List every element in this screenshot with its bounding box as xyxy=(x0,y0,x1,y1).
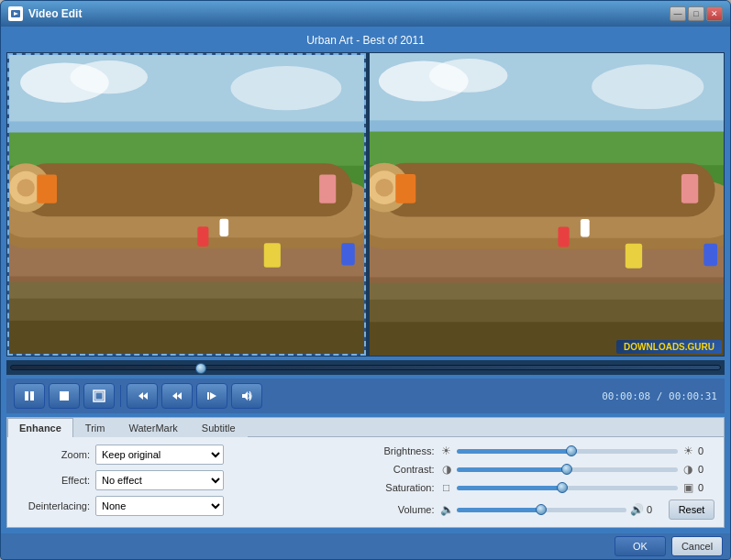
svg-rect-23 xyxy=(219,219,228,236)
window-icon xyxy=(8,6,23,21)
zoom-label: Zoom: xyxy=(17,449,90,460)
video-panel-left xyxy=(7,53,366,356)
svg-rect-19 xyxy=(319,174,336,203)
saturation-slider[interactable] xyxy=(457,486,679,490)
svg-rect-44 xyxy=(681,174,697,203)
maximize-button[interactable]: □ xyxy=(688,6,704,21)
video-panels: DOWNLOADS.GURU xyxy=(6,52,725,357)
scrubber-thumb[interactable] xyxy=(195,363,206,374)
svg-marker-58 xyxy=(143,392,148,400)
content-area: Urban Art - Best of 2011 xyxy=(1,27,730,533)
saturation-value: 0 xyxy=(698,482,714,493)
tab-enhance[interactable]: Enhance xyxy=(7,418,73,437)
svg-rect-39 xyxy=(378,163,714,217)
left-settings: Zoom: Keep original Fit to screen Stretc… xyxy=(17,445,357,520)
svg-rect-56 xyxy=(95,392,103,400)
effect-select[interactable]: No effect Black & White Sepia Negative xyxy=(95,470,224,490)
main-window: Video Edit — □ ✕ Urban Art - Best of 201… xyxy=(0,0,731,560)
svg-rect-22 xyxy=(197,226,208,247)
svg-rect-26 xyxy=(9,282,364,299)
svg-rect-18 xyxy=(37,174,57,203)
svg-rect-52 xyxy=(25,391,28,401)
svg-marker-63 xyxy=(242,391,248,401)
contrast-value: 0 xyxy=(698,464,714,475)
rewind-button[interactable] xyxy=(161,383,193,409)
video-panel-right: DOWNLOADS.GURU xyxy=(370,53,725,356)
prev-frame-button[interactable] xyxy=(127,383,158,409)
zoom-row: Zoom: Keep original Fit to screen Stretc… xyxy=(17,445,357,465)
svg-rect-14 xyxy=(20,163,352,216)
tab-watermark[interactable]: WaterMark xyxy=(116,418,189,437)
volume-low-icon: 🔈 xyxy=(440,503,453,516)
close-button[interactable]: ✕ xyxy=(706,6,723,21)
svg-point-31 xyxy=(592,64,703,109)
volume-row: Volume: 🔈 🔊 0 Reset xyxy=(375,500,715,520)
controls-row: 00:00:08 / 00:00:31 xyxy=(6,379,725,413)
brightness-label: Brightness: xyxy=(375,445,435,456)
window-title: Video Edit xyxy=(28,7,670,20)
brightness-high-icon: ☀ xyxy=(681,445,694,457)
saturation-row: Saturation: □ ▣ 0 xyxy=(375,481,715,494)
deinterlacing-select[interactable]: None Bob Weave Blend xyxy=(95,496,224,516)
svg-marker-60 xyxy=(177,392,182,400)
svg-rect-45 xyxy=(625,244,641,269)
audio-button[interactable] xyxy=(231,383,262,409)
downloads-text: DOWNLOADS.GURU xyxy=(624,342,714,352)
svg-marker-59 xyxy=(172,392,177,400)
contrast-slider-container: ◑ ◑ 0 xyxy=(440,463,715,476)
zoom-select[interactable]: Keep original Fit to screen Stretch xyxy=(95,445,224,465)
reset-button[interactable]: Reset xyxy=(669,500,714,520)
bottom-bar: OK Cancel xyxy=(1,533,730,559)
right-settings: Brightness: ☀ ☀ 0 xyxy=(375,445,715,520)
tab-content-enhance: Zoom: Keep original Fit to screen Stretc… xyxy=(7,437,724,527)
expand-button[interactable] xyxy=(83,383,115,409)
window-controls: — □ ✕ xyxy=(670,6,723,21)
brightness-slider-container: ☀ ☀ 0 xyxy=(440,445,715,457)
volume-high-icon: 🔊 xyxy=(630,503,643,516)
saturation-label: Saturation: xyxy=(375,482,435,493)
video-preview-right: DOWNLOADS.GURU xyxy=(370,53,725,356)
svg-marker-62 xyxy=(210,392,216,400)
contrast-high-icon: ◑ xyxy=(681,463,694,476)
svg-rect-48 xyxy=(580,219,589,237)
svg-rect-61 xyxy=(207,392,209,400)
svg-rect-46 xyxy=(703,244,717,266)
ctrl-divider-1 xyxy=(120,385,121,407)
downloads-badge: DOWNLOADS.GURU xyxy=(616,340,722,354)
svg-marker-57 xyxy=(138,392,143,400)
stop-button[interactable] xyxy=(49,383,80,409)
volume-label: Volume: xyxy=(375,504,435,515)
time-display: 00:00:08 / 00:00:31 xyxy=(602,390,717,402)
svg-point-17 xyxy=(17,179,35,196)
tab-trim[interactable]: Trim xyxy=(73,418,117,437)
svg-point-5 xyxy=(70,60,148,93)
video-preview-left xyxy=(9,55,364,354)
next-frame-button[interactable] xyxy=(196,383,227,409)
volume-slider-container: 🔈 🔊 0 xyxy=(440,503,664,516)
contrast-slider[interactable] xyxy=(457,467,679,472)
svg-rect-47 xyxy=(558,226,569,247)
deinterlacing-label: Deinterlacing: xyxy=(17,500,90,511)
brightness-slider[interactable] xyxy=(457,449,679,454)
tab-subtitle[interactable]: Subtitle xyxy=(190,418,248,437)
svg-point-6 xyxy=(231,66,342,110)
ok-button[interactable]: OK xyxy=(615,536,666,556)
scrubber-row xyxy=(6,360,725,375)
settings-grid: Zoom: Keep original Fit to screen Stretc… xyxy=(17,445,714,520)
tabs-panel: Enhance Trim WaterMark Subtitle Zoom: Ke… xyxy=(6,417,725,528)
cancel-button[interactable]: Cancel xyxy=(671,536,723,556)
volume-value: 0 xyxy=(647,504,663,515)
svg-rect-21 xyxy=(341,243,354,265)
volume-slider[interactable] xyxy=(457,508,627,512)
saturation-high-icon: ▣ xyxy=(681,481,694,494)
pause-button[interactable] xyxy=(14,383,45,409)
effect-label: Effect: xyxy=(17,475,90,486)
svg-rect-53 xyxy=(30,391,34,401)
minimize-button[interactable]: — xyxy=(670,6,686,21)
brightness-value: 0 xyxy=(698,445,714,456)
tabs-row: Enhance Trim WaterMark Subtitle xyxy=(7,418,724,437)
brightness-low-icon: ☀ xyxy=(440,445,453,457)
video-title: Urban Art - Best of 2011 xyxy=(6,32,725,49)
svg-rect-43 xyxy=(395,174,415,203)
scrubber-track[interactable] xyxy=(10,365,721,370)
